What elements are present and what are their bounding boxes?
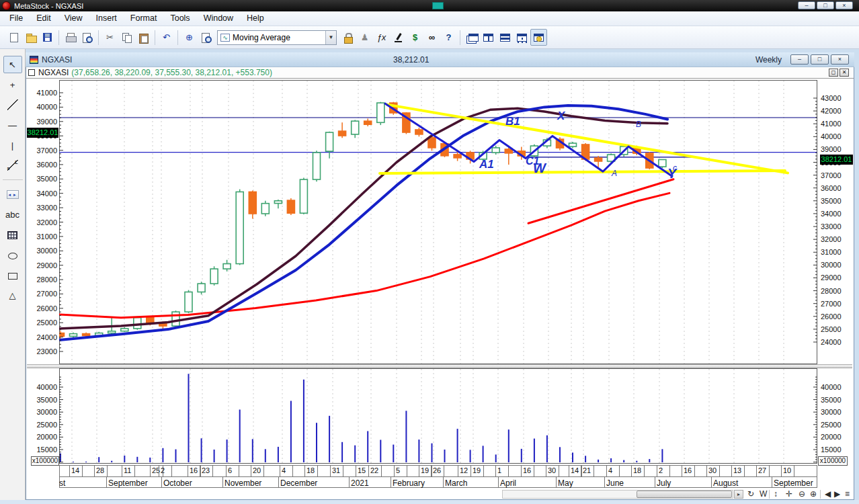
- volume-bar[interactable]: [265, 449, 266, 462]
- candle[interactable]: [300, 178, 307, 214]
- zoom-page-button[interactable]: [198, 29, 214, 46]
- save-chart-button[interactable]: [39, 29, 56, 46]
- pointer-tool-button[interactable]: ↖: [3, 56, 22, 73]
- trendline-tool-button[interactable]: [3, 96, 22, 114]
- paste-button[interactable]: [135, 29, 152, 46]
- crosshair-tool-button[interactable]: +: [3, 76, 22, 93]
- volume-bar[interactable]: [405, 411, 407, 462]
- horizontal-line-tool-button[interactable]: —: [3, 116, 22, 134]
- indicator-dropdown[interactable]: ∿Moving Average▼: [217, 30, 337, 45]
- volume-bar[interactable]: [85, 462, 87, 462]
- candle[interactable]: [249, 191, 256, 219]
- volume-bar[interactable]: [546, 435, 548, 462]
- elliott-wave-label-a[interactable]: A: [612, 169, 617, 177]
- volume-bar[interactable]: [432, 444, 433, 462]
- zoom-out-icon[interactable]: ⊖: [799, 489, 805, 499]
- triangle-tool-button[interactable]: △: [3, 286, 22, 304]
- pane-close-button[interactable]: ✕: [840, 69, 849, 77]
- candle[interactable]: [236, 190, 243, 265]
- menu-item-tools[interactable]: Tools: [163, 11, 196, 26]
- crosshair-pointer-button[interactable]: ⊕: [181, 29, 198, 46]
- candle[interactable]: [223, 260, 231, 271]
- system-tester-button[interactable]: $: [407, 29, 423, 46]
- elliott-wave-label-a1[interactable]: A1: [479, 159, 494, 170]
- chart-window-titlebar[interactable]: NGXASI 38,212.01 Weekly –□×: [26, 52, 854, 67]
- volume-bar[interactable]: [534, 439, 535, 462]
- volume-bar[interactable]: [227, 439, 228, 462]
- volume-bar[interactable]: [162, 448, 163, 462]
- candle[interactable]: [185, 290, 192, 313]
- volume-bar[interactable]: [380, 440, 381, 463]
- tile-horizontal-button[interactable]: [497, 29, 514, 46]
- pan-icon[interactable]: ✛: [786, 489, 792, 499]
- zoom-in-icon[interactable]: ⊕: [810, 489, 817, 499]
- candle[interactable]: [377, 102, 384, 125]
- maximize-button[interactable]: □: [817, 1, 834, 9]
- rectangle-tool-button[interactable]: [3, 266, 22, 284]
- volume-bar[interactable]: [457, 429, 458, 462]
- search-button[interactable]: ∞: [423, 29, 440, 46]
- plot-checkbox[interactable]: [28, 69, 35, 76]
- context-help-button[interactable]: ?: [440, 29, 457, 46]
- volume-bar[interactable]: [367, 431, 368, 463]
- volume-bar[interactable]: [303, 380, 304, 462]
- print-preview-button[interactable]: [79, 29, 95, 46]
- zoom-vertical-icon[interactable]: ↕: [774, 489, 778, 499]
- refresh-data-icon[interactable]: ↻: [747, 489, 754, 499]
- volume-bar[interactable]: [98, 457, 99, 462]
- scroll-left-icon[interactable]: ◀: [825, 489, 831, 499]
- volume-bar[interactable]: [393, 445, 394, 462]
- volume-bar[interactable]: [278, 447, 279, 462]
- explorer-button[interactable]: [390, 29, 407, 46]
- elliott-wave-label-w[interactable]: W: [533, 161, 546, 175]
- menu-item-edit[interactable]: Edit: [30, 11, 58, 26]
- sl-order-tool-button[interactable]: [3, 157, 22, 174]
- menu-item-window[interactable]: Window: [197, 11, 240, 26]
- candle[interactable]: [287, 198, 294, 215]
- volume-bar[interactable]: [316, 423, 317, 462]
- menu-item-insert[interactable]: Insert: [89, 11, 124, 26]
- candle[interactable]: [364, 119, 372, 126]
- candle[interactable]: [198, 282, 205, 294]
- candle[interactable]: [121, 327, 128, 332]
- menu-item-format[interactable]: Format: [124, 11, 164, 26]
- horizontal-scrollbar[interactable]: [502, 490, 733, 499]
- tile-vertical-button[interactable]: [480, 29, 497, 46]
- menu-item-help[interactable]: Help: [240, 11, 271, 26]
- volume-bar[interactable]: [623, 460, 624, 462]
- scroll-right-icon[interactable]: ▶: [834, 489, 840, 499]
- volume-bar[interactable]: [559, 447, 561, 462]
- text-tool-button[interactable]: abc: [3, 206, 22, 223]
- volume-bar[interactable]: [124, 456, 125, 462]
- candle[interactable]: [172, 310, 179, 327]
- candle[interactable]: [59, 331, 65, 339]
- ellipse-tool-button[interactable]: [3, 246, 22, 263]
- elliott-wave-label-c[interactable]: c: [673, 164, 677, 172]
- volume-bar[interactable]: [214, 450, 215, 462]
- volume-bar[interactable]: [495, 454, 497, 462]
- volume-bar[interactable]: [470, 450, 471, 462]
- tile-grid-button[interactable]: [514, 29, 530, 46]
- candle[interactable]: [70, 333, 77, 338]
- vertical-line-tool-button[interactable]: |: [3, 136, 22, 154]
- cut-button[interactable]: ✂: [101, 29, 118, 46]
- print-button[interactable]: [62, 29, 79, 46]
- candle[interactable]: [261, 201, 269, 216]
- upper-yellow-trendline[interactable]: [387, 105, 788, 173]
- dropdown-arrow-icon[interactable]: ▼: [325, 31, 336, 44]
- pane-splitter[interactable]: [27, 364, 852, 368]
- price-pane-header[interactable]: NGXASI (37,658.26, 38,220.09, 37,555.30,…: [26, 67, 854, 79]
- volume-chart-canvas[interactable]: [59, 368, 817, 464]
- pane-maximize-button[interactable]: ◻: [829, 69, 838, 77]
- lower-yellow-trendline[interactable]: [380, 171, 785, 173]
- volume-bar[interactable]: [239, 410, 241, 463]
- candle[interactable]: [274, 200, 282, 208]
- red-support-trendline[interactable]: [528, 179, 673, 224]
- volume-bar[interactable]: [73, 462, 74, 462]
- scrollbar-right-arrow[interactable]: ▸: [734, 490, 743, 499]
- elliott-wave-label-x[interactable]: X: [557, 110, 565, 122]
- candle[interactable]: [134, 317, 141, 330]
- volume-bar[interactable]: [585, 456, 586, 462]
- candle[interactable]: [339, 122, 346, 138]
- volume-bar[interactable]: [661, 449, 663, 462]
